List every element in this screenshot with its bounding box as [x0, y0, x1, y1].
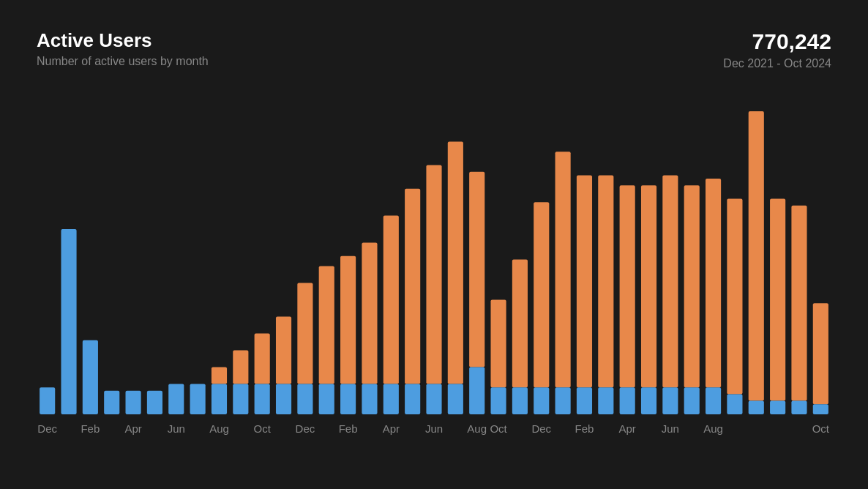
svg-rect-35 — [490, 387, 506, 414]
svg-rect-21 — [340, 384, 356, 414]
svg-rect-50 — [662, 175, 678, 387]
svg-rect-25 — [384, 384, 399, 414]
svg-rect-61 — [770, 401, 785, 414]
svg-rect-58 — [749, 111, 764, 401]
svg-rect-32 — [469, 172, 484, 367]
svg-rect-42 — [577, 175, 592, 387]
left-header: Active Users Number of active users by m… — [37, 29, 209, 68]
svg-rect-56 — [727, 199, 742, 395]
svg-rect-31 — [448, 384, 463, 414]
svg-rect-16 — [297, 283, 313, 384]
svg-rect-13 — [255, 384, 270, 414]
svg-rect-57 — [727, 394, 742, 414]
svg-rect-34 — [490, 300, 506, 388]
svg-rect-48 — [641, 185, 656, 387]
svg-rect-1 — [61, 229, 76, 414]
svg-rect-43 — [577, 387, 592, 414]
svg-rect-8 — [212, 367, 227, 384]
bar-chart: DecFebAprJunAugOctDecFebAprJunAugOctDecF… — [37, 78, 831, 436]
svg-rect-22 — [362, 242, 377, 384]
svg-text:Jun: Jun — [662, 422, 679, 435]
svg-text:Dec: Dec — [531, 422, 551, 435]
date-range: Dec 2021 - Oct 2024 — [723, 57, 831, 70]
svg-text:Feb: Feb — [81, 422, 100, 435]
svg-rect-24 — [384, 216, 399, 384]
svg-rect-63 — [791, 401, 807, 414]
svg-rect-59 — [749, 401, 764, 414]
svg-text:Dec: Dec — [296, 422, 315, 435]
svg-rect-2 — [83, 340, 98, 414]
svg-rect-45 — [598, 387, 613, 414]
svg-rect-5 — [147, 391, 162, 414]
svg-rect-0 — [40, 387, 55, 414]
chart-container: Active Users Number of active users by m… — [0, 0, 868, 489]
svg-text:Apr: Apr — [124, 422, 141, 435]
svg-rect-64 — [813, 303, 828, 404]
svg-rect-20 — [340, 256, 356, 384]
svg-rect-53 — [684, 387, 700, 414]
svg-rect-7 — [190, 384, 206, 414]
svg-rect-17 — [297, 384, 313, 414]
svg-rect-46 — [620, 185, 635, 387]
svg-rect-41 — [555, 387, 571, 414]
svg-rect-4 — [126, 391, 141, 414]
svg-text:Jun: Jun — [168, 422, 185, 435]
svg-text:Oct: Oct — [812, 422, 830, 435]
svg-rect-29 — [426, 384, 441, 414]
svg-rect-52 — [684, 185, 700, 387]
svg-rect-30 — [448, 141, 463, 384]
svg-rect-9 — [212, 384, 227, 414]
svg-rect-26 — [405, 189, 420, 384]
svg-text:Jun: Jun — [425, 422, 443, 435]
svg-text:Aug: Aug — [703, 422, 723, 435]
svg-rect-18 — [319, 266, 334, 384]
svg-rect-3 — [104, 391, 119, 414]
svg-rect-51 — [662, 387, 678, 414]
svg-rect-44 — [598, 175, 613, 387]
svg-rect-37 — [512, 387, 528, 414]
svg-rect-62 — [791, 206, 807, 401]
svg-text:Feb: Feb — [575, 422, 594, 435]
total-value: 770,242 — [723, 29, 831, 54]
svg-rect-19 — [319, 384, 334, 414]
svg-rect-28 — [426, 165, 441, 384]
svg-rect-36 — [512, 259, 528, 387]
svg-rect-12 — [255, 334, 270, 384]
svg-rect-49 — [641, 387, 656, 414]
svg-rect-65 — [813, 404, 828, 414]
svg-rect-27 — [405, 384, 420, 414]
svg-rect-47 — [620, 387, 635, 414]
svg-rect-11 — [233, 384, 248, 414]
svg-rect-15 — [276, 384, 291, 414]
right-header: 770,242 Dec 2021 - Oct 2024 — [723, 29, 831, 70]
svg-rect-14 — [276, 317, 291, 384]
svg-rect-55 — [706, 387, 721, 414]
svg-text:Dec: Dec — [37, 422, 57, 435]
svg-rect-6 — [168, 384, 184, 414]
svg-text:Feb: Feb — [339, 422, 358, 435]
svg-rect-10 — [233, 351, 248, 384]
svg-rect-33 — [469, 367, 484, 414]
svg-rect-39 — [534, 387, 549, 414]
svg-text:Oct: Oct — [254, 422, 272, 435]
svg-rect-38 — [534, 202, 549, 387]
svg-rect-40 — [555, 152, 571, 387]
chart-title: Active Users — [37, 29, 209, 52]
svg-text:Apr: Apr — [383, 422, 400, 435]
svg-text:Aug: Aug — [209, 422, 229, 435]
svg-text:Aug: Aug — [467, 422, 487, 435]
svg-text:Apr: Apr — [618, 422, 635, 435]
chart-header: Active Users Number of active users by m… — [37, 29, 831, 70]
svg-rect-60 — [770, 199, 785, 401]
svg-rect-54 — [706, 179, 721, 387]
svg-text:Oct: Oct — [490, 422, 507, 435]
svg-rect-23 — [362, 384, 377, 414]
chart-area: DecFebAprJunAugOctDecFebAprJunAugOctDecF… — [37, 78, 831, 436]
chart-subtitle: Number of active users by month — [37, 55, 209, 68]
